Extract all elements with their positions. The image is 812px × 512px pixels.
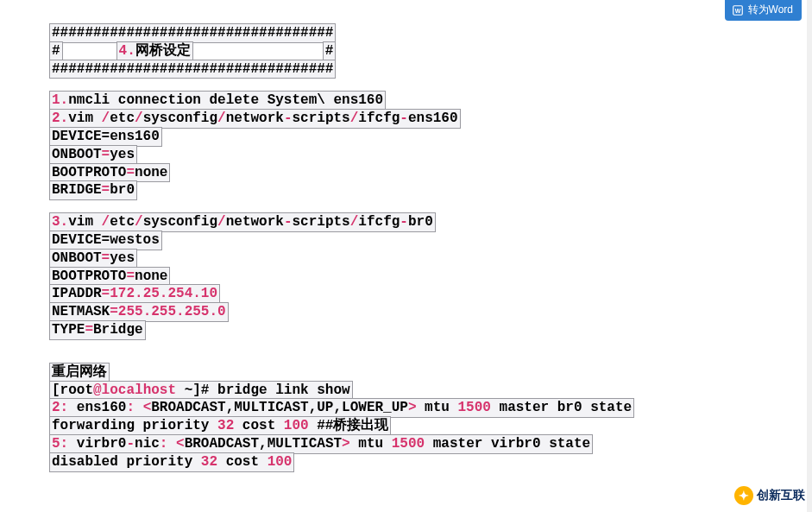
output-virbr0-line2: disabled priority 32 cost 100 bbox=[49, 452, 294, 472]
cmd-bridge-link-show: [root@localhost ~]# bridge link show bbox=[49, 381, 353, 401]
header-right-hash: # bbox=[323, 41, 337, 61]
cfg-onboot-2: ONBOOT=yes bbox=[49, 249, 137, 269]
cfg-type: TYPE=Bridge bbox=[49, 320, 146, 340]
header-left-hash: # bbox=[49, 41, 63, 61]
cfg-ipaddr: IPADDR=172.25.254.10 bbox=[49, 284, 220, 304]
hash-border-top: ################################## bbox=[49, 23, 336, 43]
cfg-device-ens160: DEVICE=ens160 bbox=[49, 127, 162, 147]
cfg-onboot-1: ONBOOT=yes bbox=[49, 145, 137, 165]
brand-logo: ✦ 创新互联 bbox=[734, 486, 805, 505]
cfg-bridge: BRIDGE=br0 bbox=[49, 180, 137, 200]
cfg-device-westos: DEVICE=westos bbox=[49, 231, 162, 250]
cmd-nmcli: 1.nmcli connection delete System\ ens160 bbox=[49, 91, 386, 111]
cmd-vim-ens160: 2.vim /etc/sysconfig/network-scripts/ifc… bbox=[49, 109, 461, 129]
cfg-bootproto-2: BOOTPROTO=none bbox=[49, 267, 170, 287]
scrollbar-track[interactable] bbox=[807, 0, 812, 512]
cmd-vim-br0: 3.vim /etc/sysconfig/network-scripts/ifc… bbox=[49, 212, 436, 232]
hash-border-bottom: ################################## bbox=[49, 60, 336, 79]
convert-to-word-label: 转为Word bbox=[748, 3, 793, 17]
document-body: ################################## #4.网桥… bbox=[0, 0, 812, 471]
svg-text:W: W bbox=[734, 7, 740, 13]
output-virbr0: 5: virbr0-nic: <BROADCAST,MULTICAST> mtu… bbox=[49, 434, 593, 454]
convert-to-word-button[interactable]: W 转为Word bbox=[725, 0, 802, 21]
brand-logo-text: 创新互联 bbox=[757, 488, 805, 503]
cfg-netmask: NETMASK=255.255.255.0 bbox=[49, 302, 229, 322]
output-ens160-line2: forwarding priority 32 cost 100 ##桥接出现 bbox=[49, 416, 391, 436]
word-icon: W bbox=[732, 4, 744, 16]
header-title: 4.网桥设定 bbox=[116, 41, 193, 61]
restart-network-title: 重启网络 bbox=[49, 363, 110, 382]
output-ens160: 2: ens160: <BROADCAST,MULTICAST,UP,LOWER… bbox=[49, 398, 634, 418]
cfg-bootproto-1: BOOTPROTO=none bbox=[49, 163, 170, 183]
brand-logo-mark: ✦ bbox=[734, 486, 753, 505]
